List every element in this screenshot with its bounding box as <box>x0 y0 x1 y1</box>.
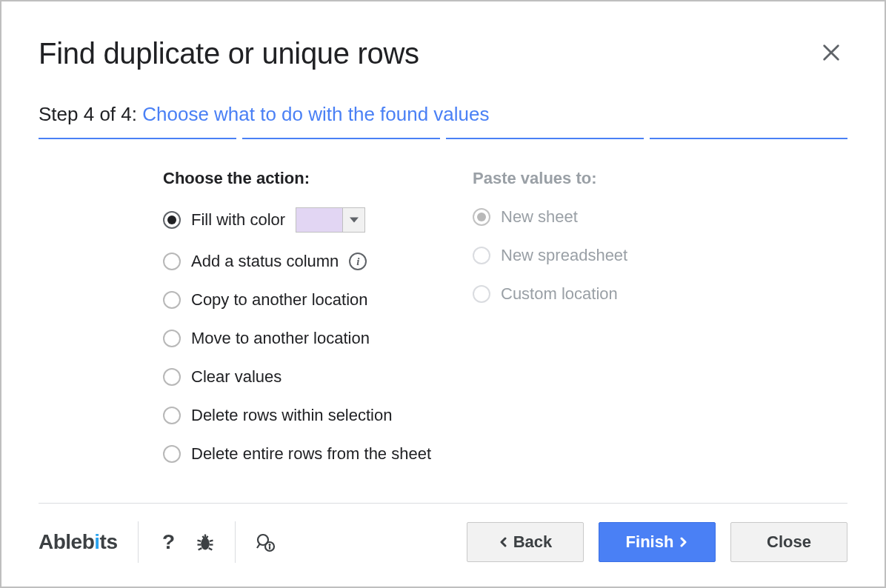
radio-delete-entire[interactable] <box>163 445 181 463</box>
radio-move[interactable] <box>163 330 181 347</box>
label-add-status: Add a status column <box>191 252 339 271</box>
radio-copy[interactable] <box>163 291 181 309</box>
radio-new-sheet <box>473 208 490 226</box>
finish-button-label: Finish <box>626 532 674 552</box>
search-info-icon[interactable] <box>255 532 276 552</box>
label-clear: Clear values <box>191 367 282 387</box>
paste-heading: Paste values to: <box>473 169 847 188</box>
svg-line-14 <box>257 544 260 548</box>
svg-line-12 <box>207 536 208 539</box>
svg-point-3 <box>201 538 210 549</box>
label-copy: Copy to another location <box>191 290 368 310</box>
label-delete-selection: Delete rows within selection <box>191 406 392 425</box>
svg-line-11 <box>203 536 204 539</box>
color-swatch <box>296 208 342 232</box>
svg-line-6 <box>210 541 213 541</box>
svg-line-10 <box>209 548 213 549</box>
radio-custom-location <box>473 285 490 303</box>
help-icon[interactable]: ? <box>158 530 179 554</box>
label-new-spreadsheet: New spreadsheet <box>501 246 627 265</box>
color-picker[interactable] <box>296 207 365 233</box>
back-button-label: Back <box>513 532 553 552</box>
close-button[interactable]: Close <box>730 522 847 562</box>
close-button-label: Close <box>767 532 811 552</box>
radio-fill-color[interactable] <box>163 211 181 229</box>
radio-add-status[interactable] <box>163 253 181 270</box>
label-move: Move to another location <box>191 329 370 348</box>
label-fill-color: Fill with color <box>191 210 285 230</box>
radio-new-spreadsheet <box>473 247 490 264</box>
progress-bar <box>39 138 847 139</box>
action-heading: Choose the action: <box>163 169 473 188</box>
info-icon[interactable]: i <box>349 253 367 270</box>
step-indicator: Step 4 of 4: Choose what to do with the … <box>39 103 847 126</box>
bug-icon[interactable] <box>195 532 216 552</box>
svg-marker-2 <box>350 217 359 222</box>
label-custom-location: Custom location <box>501 284 618 304</box>
label-delete-entire: Delete entire rows from the sheet <box>191 444 431 464</box>
step-prefix: Step 4 of 4: <box>39 103 142 125</box>
brand-logo: Ablebits <box>39 530 138 554</box>
radio-delete-selection[interactable] <box>163 407 181 424</box>
radio-clear[interactable] <box>163 368 181 386</box>
back-button[interactable]: Back <box>467 522 584 562</box>
close-icon[interactable] <box>821 42 842 63</box>
finish-button[interactable]: Finish <box>599 522 716 562</box>
svg-line-5 <box>198 541 201 541</box>
label-new-sheet: New sheet <box>501 207 578 227</box>
chevron-down-icon <box>342 208 364 232</box>
svg-line-9 <box>199 548 202 549</box>
dialog-title: Find duplicate or unique rows <box>39 37 847 70</box>
step-subtitle: Choose what to do with the found values <box>142 103 489 125</box>
